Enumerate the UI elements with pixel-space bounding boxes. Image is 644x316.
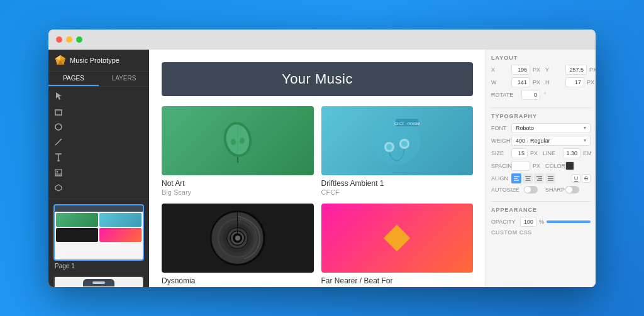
weight-label: WEIGHT xyxy=(491,138,509,144)
align-label: ALIGN xyxy=(491,175,509,182)
svg-rect-6 xyxy=(55,110,62,115)
x-input[interactable] xyxy=(511,65,530,75)
album-artist-dysnomia: Dawn of Midi xyxy=(162,286,314,287)
music-app-title: Your Music xyxy=(174,71,460,87)
album-info-dysnomia: Dysnomia Dawn of Midi xyxy=(162,276,314,287)
album-item-dysnomia[interactable]: Dysnomia Dawn of Midi xyxy=(162,204,314,287)
layout-wh-row: W PX H PX xyxy=(491,77,591,87)
cursor-tool-icon[interactable] xyxy=(48,89,149,105)
autosize-toggle[interactable] xyxy=(524,186,538,193)
size-line-row: SIZE PX LINE EM xyxy=(491,148,591,158)
album-cover-driftless: CFCF · PRISM xyxy=(321,106,474,175)
page-1-thumbnail[interactable]: Page 1 xyxy=(53,204,144,270)
line-label: LINE xyxy=(543,150,560,156)
spacing-color-row: SPACING PX COLOR xyxy=(491,161,591,171)
rotate-degree-icon: ° xyxy=(544,92,547,98)
album-item-far-nearer[interactable]: Far Nearer / Beat For Jamie XX xyxy=(321,204,474,287)
size-input[interactable] xyxy=(511,148,528,158)
weight-value: 400 - Regular xyxy=(516,138,550,144)
page-1-preview xyxy=(53,204,144,261)
rectangle-tool-icon[interactable] xyxy=(48,105,149,120)
svg-marker-11 xyxy=(55,185,62,191)
sharp-toggle[interactable] xyxy=(565,186,579,193)
opacity-input[interactable] xyxy=(520,217,536,227)
x-unit: PX xyxy=(533,67,540,73)
album-cover-not-art xyxy=(162,106,314,175)
spacing-input[interactable] xyxy=(511,161,530,171)
svg-point-22 xyxy=(386,144,392,150)
align-justify-button[interactable] xyxy=(545,173,555,183)
close-button[interactable] xyxy=(56,36,62,43)
opacity-fill xyxy=(547,221,591,223)
browser-body: Music Prototype PAGES LAYERS xyxy=(48,50,596,287)
align-right-button[interactable] xyxy=(534,173,544,183)
font-value: Roboto xyxy=(516,125,534,131)
sidebar-tools xyxy=(48,87,149,199)
h-input[interactable] xyxy=(565,77,584,87)
rotate-label: ROTATE xyxy=(491,92,519,98)
autosize-label: AUTOSIZE xyxy=(491,187,521,193)
weight-select[interactable]: 400 - Regular ▾ xyxy=(511,136,591,146)
oval-tool-icon[interactable] xyxy=(48,120,149,135)
page-2-thumbnail[interactable]: ▶ Page 2 xyxy=(53,276,144,287)
svg-line-8 xyxy=(55,139,62,145)
align-left-button[interactable] xyxy=(511,173,521,183)
album-cover-far-nearer xyxy=(321,204,474,273)
cover-art-gradient xyxy=(321,204,474,273)
sidebar: Music Prototype PAGES LAYERS xyxy=(48,50,149,287)
strikethrough-button[interactable]: S xyxy=(582,174,591,183)
underline-button[interactable]: U xyxy=(572,174,580,183)
maximize-button[interactable] xyxy=(76,36,82,43)
custom-css-row: CUSTOM CSS xyxy=(491,229,591,236)
album-artist-not-art: Big Scary xyxy=(162,188,314,196)
svg-rect-27 xyxy=(384,224,410,251)
opacity-slider[interactable] xyxy=(547,221,591,223)
font-chevron-icon: ▾ xyxy=(584,125,586,131)
y-input[interactable] xyxy=(565,65,587,75)
line-unit: EM xyxy=(583,150,592,156)
album-cover-dysnomia xyxy=(162,204,314,273)
album-info-driftless: Driftless Ambient 1 CFCF xyxy=(321,179,474,196)
album-item-driftless[interactable]: CFCF · PRISM Driftl xyxy=(321,106,474,196)
line-input[interactable] xyxy=(563,148,580,158)
tab-layers[interactable]: LAYERS xyxy=(99,72,149,86)
color-label: COLOR xyxy=(545,163,563,169)
minimize-button[interactable] xyxy=(66,36,72,43)
svg-point-7 xyxy=(55,124,62,130)
browser-titlebar xyxy=(48,30,596,50)
tab-pages[interactable]: PAGES xyxy=(48,72,99,86)
album-name-driftless: Driftless Ambient 1 xyxy=(321,179,474,188)
rotate-input[interactable] xyxy=(521,90,540,100)
autosize-sharp-row: AUTOSIZE SHARP xyxy=(491,186,591,193)
h-unit: PX xyxy=(587,79,594,85)
opacity-percent: % xyxy=(539,219,544,225)
align-center-button[interactable] xyxy=(523,173,533,183)
font-select[interactable]: Roboto ▾ xyxy=(511,123,591,133)
appearance-section: APPEARANCE OPACITY % CUSTOM CSS xyxy=(491,207,591,236)
svg-point-10 xyxy=(57,170,58,172)
size-unit: PX xyxy=(530,150,538,156)
opacity-label: OPACITY xyxy=(491,219,518,225)
w-unit: PX xyxy=(533,79,540,85)
album-info-not-art: Not Art Big Scary xyxy=(162,179,314,196)
h-label: H xyxy=(545,79,563,85)
rotate-row: ROTATE ° xyxy=(491,90,591,100)
w-input[interactable] xyxy=(511,77,530,87)
image-tool-icon[interactable] xyxy=(48,166,149,181)
right-panel: LAYOUT X PX Y PX W PX H PX xyxy=(486,50,596,287)
album-name-not-art: Not Art xyxy=(162,179,314,188)
svg-point-24 xyxy=(401,141,408,147)
symbol-tool-icon[interactable] xyxy=(48,181,149,196)
album-item-not-art[interactable]: Not Art Big Scary xyxy=(162,106,314,196)
align-buttons xyxy=(511,173,555,183)
color-swatch[interactable] xyxy=(565,161,574,170)
page-1-label: Page 1 xyxy=(53,263,144,270)
text-tool-icon[interactable] xyxy=(48,150,149,166)
layout-xy-row: X PX Y PX xyxy=(491,65,591,75)
divider-1 xyxy=(491,107,591,108)
line-tool-icon[interactable] xyxy=(48,135,149,150)
typography-section: TYPOGRAPHY FONT Roboto ▾ WEIGHT 400 - Re… xyxy=(491,113,591,193)
cover-art-driftless: CFCF · PRISM xyxy=(321,106,474,175)
spacing-label: SPACING xyxy=(491,163,509,169)
divider-2 xyxy=(491,201,591,202)
